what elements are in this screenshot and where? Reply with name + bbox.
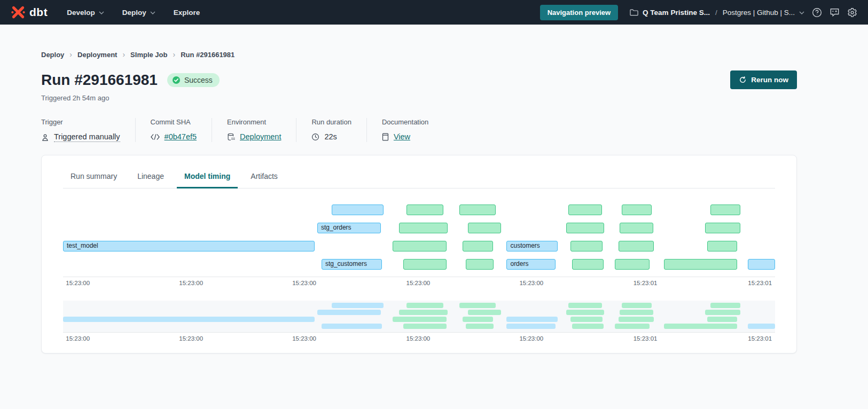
- gear-icon[interactable]: [847, 7, 857, 18]
- timing-bar[interactable]: [566, 223, 604, 233]
- meta-value-environment[interactable]: Deployment: [240, 132, 281, 141]
- nav-menus: DevelopDeployExplore: [67, 9, 200, 17]
- breadcrumb: Deploy›Deployment›SImple Job›Run #291661…: [41, 50, 797, 59]
- timing-bar-stg-orders[interactable]: stg_orders: [317, 223, 381, 233]
- check-circle-icon: [172, 76, 181, 84]
- refresh-icon: [739, 76, 747, 84]
- main-axis-labels: 15:23:0015:23:0015:23:0015:23:0015:23:00…: [63, 277, 775, 289]
- timing-bar[interactable]: [710, 204, 740, 215]
- minimap-bar: [506, 324, 556, 329]
- feedback-icon[interactable]: [830, 7, 840, 18]
- timing-bar[interactable]: [705, 223, 740, 233]
- timing-bar[interactable]: [406, 204, 443, 215]
- dbt-logo[interactable]: dbt: [11, 5, 48, 20]
- timing-bar[interactable]: [459, 204, 496, 215]
- timing-bar[interactable]: [568, 204, 602, 215]
- minimap-bar: [620, 310, 653, 315]
- account-project-switcher[interactable]: Q Team Pristine S... / Postgres | Github…: [630, 9, 804, 17]
- minimap-bar: [710, 303, 740, 308]
- timing-bar[interactable]: [707, 241, 737, 251]
- timing-bar[interactable]: [748, 259, 775, 270]
- minimap-bar: [568, 303, 602, 308]
- minimap-bar: [570, 317, 603, 322]
- project-name[interactable]: Postgres | Github | S...: [723, 9, 795, 17]
- timing-bar[interactable]: [463, 241, 493, 251]
- timing-bar-test-model[interactable]: test_model: [63, 241, 315, 251]
- timing-bar[interactable]: [622, 204, 652, 215]
- chevron-down-icon: [150, 11, 155, 14]
- axis-tick-label: 15:23:01: [748, 280, 772, 286]
- timing-bar[interactable]: [332, 204, 384, 215]
- timing-bar[interactable]: [403, 259, 447, 270]
- minimap-bar: [393, 317, 447, 322]
- database-icon: [227, 133, 235, 141]
- minimap-bar: [406, 303, 443, 308]
- nav-menu-explore[interactable]: Explore: [174, 9, 200, 17]
- timing-bar-stg-customers[interactable]: stg_customers: [322, 259, 382, 270]
- timing-bar[interactable]: [466, 259, 494, 270]
- dbt-logo-icon: [11, 5, 26, 20]
- minimap-bar: [619, 317, 654, 322]
- timing-bar[interactable]: [620, 223, 653, 233]
- timing-bar-customers[interactable]: customers: [506, 241, 558, 251]
- page-title: Run #291661981: [41, 72, 158, 89]
- minimap-bar: [459, 303, 496, 308]
- minimap-bar: [622, 303, 652, 308]
- minimap-bar: [664, 324, 737, 329]
- timing-bar[interactable]: [570, 241, 603, 251]
- minimap-bar: [615, 324, 650, 329]
- breadcrumb-separator: ›: [173, 50, 175, 59]
- timing-bar-orders[interactable]: orders: [506, 259, 556, 270]
- breadcrumb-item-deploy[interactable]: Deploy: [41, 51, 64, 59]
- meta-label: Run duration: [311, 118, 351, 126]
- meta-label: Commit SHA: [151, 118, 197, 126]
- minimap-bar: [317, 310, 381, 315]
- tab-model-timing[interactable]: Model timing: [177, 167, 238, 188]
- axis-tick-label: 15:23:00: [519, 280, 543, 286]
- axis-tick-label: 15:23:01: [634, 280, 658, 286]
- folder-icon: [630, 9, 638, 17]
- nav-menu-label: Develop: [67, 9, 95, 17]
- navigation-preview-button[interactable]: Navigation preview: [540, 5, 618, 20]
- page-content: Deploy›Deployment›SImple Job›Run #291661…: [41, 50, 797, 353]
- person-icon: [41, 133, 49, 141]
- minimap-bar: [468, 310, 501, 315]
- help-icon[interactable]: [812, 7, 822, 18]
- tab-bar: Run summaryLineageModel timingArtifacts: [63, 167, 775, 188]
- account-separator: /: [714, 9, 718, 17]
- timing-bar[interactable]: [572, 259, 604, 270]
- timing-bar[interactable]: [615, 259, 650, 270]
- timing-bar[interactable]: [664, 259, 737, 270]
- tab-artifacts[interactable]: Artifacts: [243, 167, 285, 188]
- meta-label: Documentation: [382, 118, 428, 126]
- timing-bar[interactable]: [393, 241, 447, 251]
- rerun-now-button[interactable]: Rerun now: [730, 70, 797, 89]
- timing-bar[interactable]: [468, 223, 501, 233]
- breadcrumb-item-run-291661981: Run #291661981: [181, 51, 234, 59]
- meta-value-commit-sha[interactable]: #0b47ef5: [165, 132, 197, 141]
- run-meta-row: TriggerTriggered manuallyCommit SHA#0b47…: [41, 118, 797, 142]
- breadcrumb-item-simple-job[interactable]: SImple Job: [130, 51, 167, 59]
- minimap-bar: [399, 310, 448, 315]
- timing-overview-minimap[interactable]: [63, 301, 775, 333]
- meta-value-documentation[interactable]: View: [394, 132, 410, 141]
- nav-menu-develop[interactable]: Develop: [67, 9, 104, 17]
- account-name[interactable]: Q Team Pristine S...: [643, 9, 710, 17]
- nav-menu-deploy[interactable]: Deploy: [122, 9, 155, 17]
- meta-item-documentation: DocumentationView: [366, 118, 443, 142]
- nav-menu-label: Explore: [174, 9, 200, 17]
- tab-lineage[interactable]: Lineage: [130, 167, 171, 188]
- tab-run-summary[interactable]: Run summary: [63, 167, 124, 188]
- top-nav: dbt DevelopDeployExplore Navigation prev…: [0, 0, 868, 25]
- meta-item-commit-sha: Commit SHA#0b47ef5: [135, 118, 212, 142]
- timing-bar[interactable]: [399, 223, 448, 233]
- chevron-down-icon: [99, 11, 104, 14]
- timing-bar[interactable]: [619, 241, 654, 251]
- minimap-bar: [403, 324, 447, 329]
- minimap-bar: [705, 310, 740, 315]
- breadcrumb-item-deployment[interactable]: Deployment: [77, 51, 117, 59]
- meta-item-trigger: TriggerTriggered manually: [41, 118, 135, 142]
- meta-item-environment: EnvironmentDeployment: [212, 118, 296, 142]
- mini-axis-labels: 15:23:0015:23:0015:23:0015:23:0015:23:00…: [63, 333, 775, 344]
- status-label: Success: [184, 76, 213, 84]
